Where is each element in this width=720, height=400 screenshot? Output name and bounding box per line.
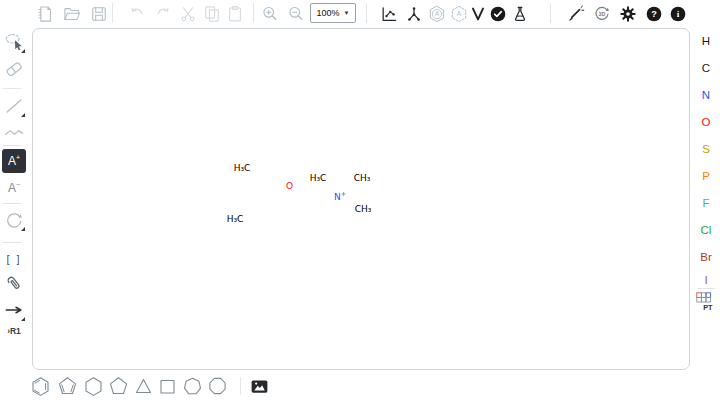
attachment-point-button[interactable] bbox=[2, 272, 26, 296]
toolbar-separator bbox=[240, 377, 241, 395]
svg-text:A: A bbox=[435, 10, 440, 17]
cyclobutane-template-icon bbox=[157, 376, 178, 397]
r-group-button[interactable]: ›R1 bbox=[2, 323, 26, 339]
cut-button[interactable] bbox=[176, 2, 200, 26]
toolbar-separator bbox=[3, 88, 21, 89]
chevron-down-icon: ▼ bbox=[344, 10, 350, 16]
aromatize-icon: A bbox=[427, 4, 447, 24]
open-button[interactable] bbox=[60, 2, 84, 26]
s-group-button[interactable]: [ ] bbox=[2, 247, 26, 271]
r-group-icon: ›R1 bbox=[7, 326, 21, 336]
cyclopentane-template-button[interactable] bbox=[106, 374, 130, 398]
about-button[interactable]: i bbox=[666, 2, 690, 26]
check-structure-button[interactable] bbox=[486, 2, 510, 26]
element-button-c[interactable]: C bbox=[694, 58, 718, 78]
new-document-button[interactable] bbox=[33, 2, 57, 26]
copy-button[interactable] bbox=[200, 2, 224, 26]
benzene-template-button[interactable] bbox=[28, 374, 52, 398]
erase-button[interactable] bbox=[2, 57, 26, 81]
cyclopentadiene-template-button[interactable] bbox=[55, 374, 79, 398]
toolbar-separator bbox=[3, 145, 21, 146]
reaction-arrow-button[interactable] bbox=[2, 298, 26, 322]
open-icon bbox=[62, 4, 82, 24]
attachment-point-icon bbox=[3, 273, 25, 295]
redo-button[interactable] bbox=[151, 2, 175, 26]
cut-icon bbox=[178, 4, 198, 24]
element-button-f[interactable]: F bbox=[694, 193, 718, 213]
zoom-in-button[interactable] bbox=[258, 2, 282, 26]
cyclohexane-template-icon bbox=[83, 376, 104, 397]
new-document-icon bbox=[35, 4, 55, 24]
undo-button[interactable] bbox=[125, 2, 149, 26]
atom-label-methyl[interactable]: H₃C bbox=[233, 164, 252, 173]
element-button-n[interactable]: N bbox=[694, 85, 718, 105]
atom-label-methyl[interactable]: CH₃ bbox=[353, 174, 372, 183]
toolbar-separator bbox=[3, 203, 21, 204]
element-button-h[interactable]: H bbox=[694, 31, 718, 51]
clean-up-button[interactable] bbox=[402, 2, 426, 26]
zoom-level-value: 100% bbox=[317, 8, 340, 18]
rotate-icon bbox=[3, 209, 25, 231]
zoom-level-dropdown[interactable]: 100% ▼ bbox=[310, 3, 356, 23]
cycloheptane-template-icon bbox=[182, 376, 203, 397]
svg-text:PT: PT bbox=[703, 303, 713, 312]
single-bond-button[interactable] bbox=[2, 94, 26, 118]
settings-button[interactable] bbox=[616, 2, 640, 26]
element-button-s[interactable]: S bbox=[694, 139, 718, 159]
zoom-out-button[interactable] bbox=[284, 2, 308, 26]
clean-up-icon bbox=[404, 4, 424, 24]
copy-icon bbox=[202, 4, 222, 24]
open-3d-viewer-button[interactable]: 3D bbox=[590, 2, 614, 26]
element-button-cl[interactable]: Cl bbox=[694, 220, 718, 240]
atom-label-nitrogen[interactable]: N+ bbox=[333, 190, 347, 202]
benzene-template-icon bbox=[30, 376, 51, 397]
recognize-molecule-icon bbox=[565, 4, 585, 24]
element-button-p[interactable]: P bbox=[694, 166, 718, 186]
save-icon bbox=[89, 4, 109, 24]
atom-label-methyl[interactable]: H₃C bbox=[309, 174, 328, 183]
calculated-values-icon bbox=[510, 4, 530, 24]
chain-button[interactable] bbox=[2, 120, 26, 144]
aromatize-button[interactable]: A bbox=[425, 2, 449, 26]
settings-icon bbox=[618, 4, 638, 24]
lasso-selection-button[interactable] bbox=[2, 30, 26, 54]
cyclooctane-template-button[interactable] bbox=[205, 374, 229, 398]
cyclopropane-template-button[interactable] bbox=[131, 374, 155, 398]
paste-icon bbox=[225, 4, 245, 24]
element-button-br[interactable]: Br bbox=[694, 247, 718, 267]
toolbar-separator bbox=[697, 288, 715, 289]
open-3d-viewer-icon: 3D bbox=[592, 4, 612, 24]
calculated-values-button[interactable] bbox=[508, 2, 532, 26]
rotate-button[interactable] bbox=[2, 208, 26, 232]
single-bond-icon bbox=[3, 95, 25, 117]
redo-icon bbox=[153, 4, 173, 24]
about-icon: i bbox=[668, 4, 688, 24]
element-button-o[interactable]: O bbox=[694, 112, 718, 132]
recognize-molecule-button[interactable] bbox=[563, 2, 587, 26]
template-library-icon bbox=[249, 376, 270, 397]
layout-button[interactable] bbox=[377, 2, 401, 26]
zoom-in-icon bbox=[260, 4, 280, 24]
charge-plus-button[interactable]: A+ bbox=[2, 149, 26, 173]
periodic-table-icon: PT bbox=[695, 291, 717, 313]
atom-label-oxygen[interactable]: O bbox=[285, 181, 294, 190]
paste-button[interactable] bbox=[223, 2, 247, 26]
toolbar-separator bbox=[366, 3, 367, 23]
cyclobutane-template-button[interactable] bbox=[155, 374, 179, 398]
cyclooctane-template-icon bbox=[207, 376, 228, 397]
template-library-button[interactable] bbox=[247, 374, 271, 398]
element-button-i[interactable]: I bbox=[694, 270, 718, 290]
help-button[interactable]: ? bbox=[642, 2, 666, 26]
charge-minus-button[interactable]: A− bbox=[2, 176, 26, 200]
periodic-table-button[interactable]: PT bbox=[694, 291, 718, 313]
layout-icon bbox=[379, 4, 399, 24]
cycloheptane-template-button[interactable] bbox=[180, 374, 204, 398]
save-button[interactable] bbox=[87, 2, 111, 26]
atom-label-methyl[interactable]: H₃C bbox=[226, 215, 245, 224]
atom-label-methyl[interactable]: CH₃ bbox=[354, 204, 373, 213]
cyclohexane-template-button[interactable] bbox=[81, 374, 105, 398]
drawing-canvas[interactable]: H₃C O H₃C H₃C N+ CH₃ CH₃ bbox=[32, 28, 690, 370]
ketcher-app-window: { "topbar": { "zoom_value": "100%", "zoo… bbox=[0, 0, 720, 400]
chain-icon bbox=[3, 121, 25, 143]
svg-text:A: A bbox=[457, 10, 462, 17]
